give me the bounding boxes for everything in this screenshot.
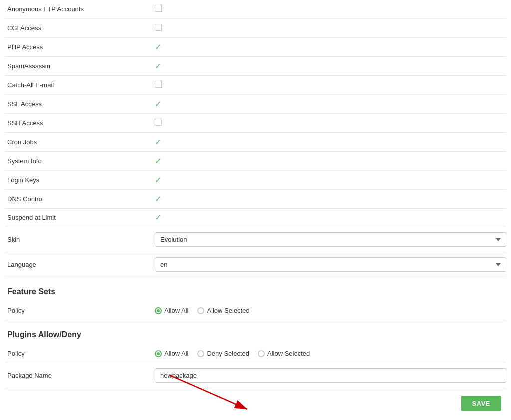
pl-allow-all-label: Allow All [164, 350, 188, 357]
control-cgi-access [155, 24, 506, 32]
row-dns-control: DNS Control✓ [5, 190, 506, 209]
row-anonymous-ftp: Anonymous FTP Accounts [5, 0, 506, 19]
language-control: en fr de es [155, 257, 506, 272]
checkmark-ssl-access: ✓ [155, 100, 161, 108]
checkbox-ssh-access[interactable] [155, 119, 162, 126]
control-catch-all-email [155, 81, 506, 89]
row-catch-all-email: Catch-All E-mail [5, 76, 506, 95]
checkbox-cgi-access[interactable] [155, 24, 162, 31]
label-login-keys: Login Keys [5, 176, 155, 184]
label-suspend-at-limit: Suspend at Limit [5, 214, 155, 221]
control-anonymous-ftp [155, 5, 506, 13]
package-name-wrapper: Package Name [5, 363, 506, 388]
package-name-input[interactable] [155, 368, 506, 383]
plugins-policy-label: Policy [5, 350, 155, 357]
control-suspend-at-limit: ✓ [155, 214, 506, 222]
feature-sets-policy-label: Policy [5, 307, 155, 314]
pl-deny-selected-label: Deny Selected [207, 350, 249, 357]
package-name-control [155, 368, 506, 383]
pl-deny-selected-radio[interactable] [197, 350, 204, 357]
fs-allow-all-item[interactable]: Allow All [155, 307, 188, 314]
save-button[interactable]: SAVE [461, 396, 501, 411]
control-dns-control: ✓ [155, 195, 506, 203]
label-ssh-access: SSH Access [5, 119, 155, 127]
control-cron-jobs: ✓ [155, 138, 506, 146]
skin-control: Evolution Default Blue [155, 232, 506, 247]
language-label: Language [5, 261, 155, 268]
pl-allow-selected-radio[interactable] [258, 350, 265, 357]
control-ssh-access [155, 119, 506, 127]
fs-allow-selected-radio[interactable] [197, 307, 204, 314]
page-container: Anonymous FTP AccountsCGI AccessPHP Acce… [0, 0, 511, 420]
checkmark-cron-jobs: ✓ [155, 138, 161, 146]
checkmark-system-info: ✓ [155, 157, 161, 165]
fs-allow-all-label: Allow All [164, 307, 188, 314]
control-spamassassin: ✓ [155, 62, 506, 70]
checkmark-dns-control: ✓ [155, 195, 161, 203]
pl-allow-selected-label: Allow Selected [267, 350, 310, 357]
feature-sets-policy-row: Policy Allow All Allow Selected [5, 301, 506, 320]
label-cron-jobs: Cron Jobs [5, 138, 155, 146]
pl-allow-all-radio[interactable] [155, 350, 162, 357]
label-spamassassin: SpamAssassin [5, 62, 155, 70]
fs-allow-selected-label: Allow Selected [207, 307, 249, 314]
label-ssl-access: SSL Access [5, 100, 155, 108]
row-php-access: PHP Access✓ [5, 38, 506, 57]
row-ssl-access: SSL Access✓ [5, 95, 506, 114]
fs-allow-selected-item[interactable]: Allow Selected [197, 307, 249, 314]
fs-allow-all-radio[interactable] [155, 307, 162, 314]
label-catch-all-email: Catch-All E-mail [5, 81, 155, 89]
skin-label: Skin [5, 236, 155, 243]
pl-deny-selected-item[interactable]: Deny Selected [197, 350, 249, 357]
control-php-access: ✓ [155, 43, 506, 51]
plugins-policy-control: Allow All Deny Selected Allow Selected [155, 350, 506, 357]
row-ssh-access: SSH Access [5, 114, 506, 133]
checkbox-rows: Anonymous FTP AccountsCGI AccessPHP Acce… [5, 0, 506, 227]
control-login-keys: ✓ [155, 176, 506, 184]
row-cron-jobs: Cron Jobs✓ [5, 133, 506, 152]
label-cgi-access: CGI Access [5, 24, 155, 32]
feature-sets-policy-control: Allow All Allow Selected [155, 307, 506, 314]
language-select[interactable]: en fr de es [155, 257, 506, 272]
checkmark-login-keys: ✓ [155, 176, 161, 184]
checkbox-catch-all-email[interactable] [155, 81, 162, 88]
control-ssl-access: ✓ [155, 100, 506, 108]
package-name-label: Package Name [5, 372, 155, 379]
label-system-info: System Info [5, 157, 155, 165]
checkmark-spamassassin: ✓ [155, 62, 161, 70]
checkmark-php-access: ✓ [155, 43, 161, 51]
language-row: Language en fr de es [5, 252, 506, 277]
control-system-info: ✓ [155, 157, 506, 165]
plugins-allow-deny-title: Plugins Allow/Deny [5, 320, 506, 344]
label-dns-control: DNS Control [5, 195, 155, 203]
plugins-radio-group: Allow All Deny Selected Allow Selected [155, 350, 506, 357]
label-php-access: PHP Access [5, 43, 155, 51]
row-suspend-at-limit: Suspend at Limit✓ [5, 209, 506, 227]
feature-sets-radio-group: Allow All Allow Selected [155, 307, 506, 314]
label-anonymous-ftp: Anonymous FTP Accounts [5, 5, 155, 13]
checkmark-suspend-at-limit: ✓ [155, 213, 161, 222]
row-system-info: System Info✓ [5, 152, 506, 171]
pl-allow-all-item[interactable]: Allow All [155, 350, 188, 357]
checkbox-anonymous-ftp[interactable] [155, 5, 162, 12]
feature-sets-title: Feature Sets [5, 277, 506, 301]
row-cgi-access: CGI Access [5, 19, 506, 38]
save-btn-row: SAVE [5, 388, 506, 419]
pl-allow-selected-item[interactable]: Allow Selected [258, 350, 310, 357]
package-name-row: Package Name [5, 363, 506, 388]
row-login-keys: Login Keys✓ [5, 171, 506, 190]
skin-row: Skin Evolution Default Blue [5, 227, 506, 252]
plugins-policy-row: Policy Allow All Deny Selected Allow Sel… [5, 344, 506, 363]
skin-select[interactable]: Evolution Default Blue [155, 232, 506, 247]
row-spamassassin: SpamAssassin✓ [5, 57, 506, 76]
